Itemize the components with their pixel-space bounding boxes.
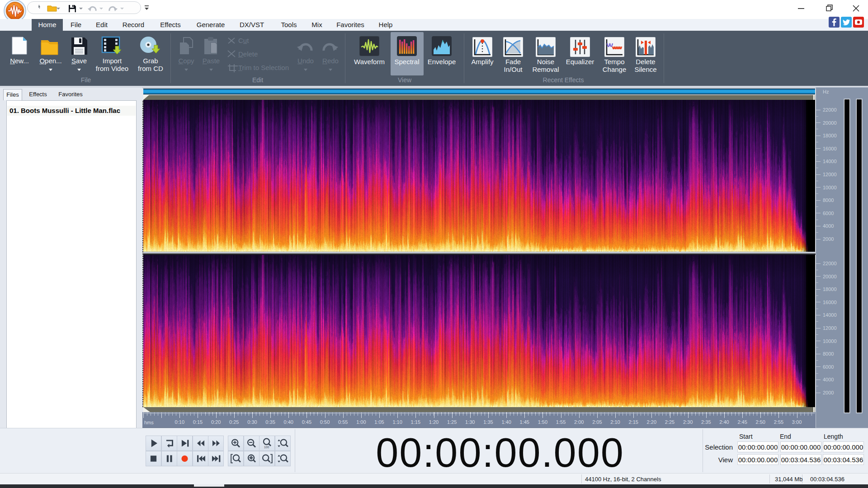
svg-text:100: 100 (264, 446, 269, 449)
